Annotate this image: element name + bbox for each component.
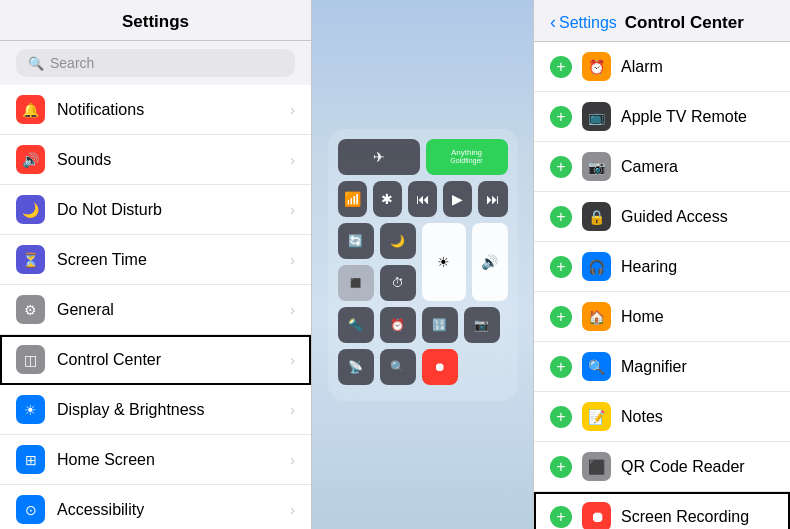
cc-volume[interactable]: 🔊 — [472, 223, 508, 301]
settings-icon-control-center: ◫ — [16, 345, 45, 374]
control-item-alarm[interactable]: + ⏰ Alarm — [534, 42, 790, 92]
cc-wifi[interactable]: 📶 — [338, 181, 367, 217]
settings-icon-home-screen: ⊞ — [16, 445, 45, 474]
control-item-notes[interactable]: + 📝 Notes — [534, 392, 790, 442]
control-item-screen-recording[interactable]: + ⏺ Screen Recording — [534, 492, 790, 529]
settings-label-notifications: Notifications — [57, 101, 286, 119]
settings-item-screen-time[interactable]: ⏳ Screen Time › — [0, 235, 311, 285]
cc-timer[interactable]: ⏱ — [380, 265, 416, 301]
cc-record[interactable]: ⏺ — [422, 349, 458, 385]
add-button-home[interactable]: + — [550, 306, 572, 328]
settings-icon-general: ⚙ — [16, 295, 45, 324]
settings-label-accessibility: Accessibility — [57, 501, 286, 519]
settings-label-screen-time: Screen Time — [57, 251, 286, 269]
control-label-home: Home — [621, 308, 774, 326]
chevron-icon: › — [290, 402, 295, 418]
control-icon-alarm: ⏰ — [582, 52, 611, 81]
settings-label-do-not-disturb: Do Not Disturb — [57, 201, 286, 219]
cc-music[interactable]: Anything Goldfinger — [426, 139, 508, 175]
settings-label-control-center: Control Center — [57, 351, 286, 369]
settings-search-bar[interactable]: 🔍 Search — [0, 41, 311, 85]
add-button-guided-access[interactable]: + — [550, 206, 572, 228]
add-button-notes[interactable]: + — [550, 406, 572, 428]
cc-play[interactable]: ▶ — [443, 181, 472, 217]
control-icon-screen-recording: ⏺ — [582, 502, 611, 529]
settings-label-display-brightness: Display & Brightness — [57, 401, 286, 419]
control-label-camera: Camera — [621, 158, 774, 176]
settings-item-home-screen[interactable]: ⊞ Home Screen › — [0, 435, 311, 485]
control-label-alarm: Alarm — [621, 58, 774, 76]
add-button-alarm[interactable]: + — [550, 56, 572, 78]
settings-list: 🔔 Notifications › 🔊 Sounds › 🌙 Do Not Di… — [0, 85, 311, 529]
settings-label-general: General — [57, 301, 286, 319]
control-item-guided-access[interactable]: + 🔒 Guided Access — [534, 192, 790, 242]
control-label-notes: Notes — [621, 408, 774, 426]
control-icon-apple-tv-remote: 📺 — [582, 102, 611, 131]
control-label-apple-tv-remote: Apple TV Remote — [621, 108, 774, 126]
control-label-screen-recording: Screen Recording — [621, 508, 774, 526]
add-button-magnifier[interactable]: + — [550, 356, 572, 378]
settings-label-home-screen: Home Screen — [57, 451, 286, 469]
cc-brightness[interactable]: ☀ — [422, 223, 466, 301]
settings-item-display-brightness[interactable]: ☀ Display & Brightness › — [0, 385, 311, 435]
chevron-icon: › — [290, 102, 295, 118]
settings-item-sounds[interactable]: 🔊 Sounds › — [0, 135, 311, 185]
cc-calc[interactable]: 🔢 — [422, 307, 458, 343]
control-label-guided-access: Guided Access — [621, 208, 774, 226]
control-label-hearing: Hearing — [621, 258, 774, 276]
cc-prev[interactable]: ⏮ — [408, 181, 437, 217]
settings-icon-screen-time: ⏳ — [16, 245, 45, 274]
control-item-qr-code-reader[interactable]: + ⬛ QR Code Reader — [534, 442, 790, 492]
settings-panel: Settings 🔍 Search 🔔 Notifications › 🔊 So… — [0, 0, 312, 529]
settings-icon-sounds: 🔊 — [16, 145, 45, 174]
cc-remote[interactable]: 📡 — [338, 349, 374, 385]
control-settings-header: ‹ Settings Control Center — [534, 0, 790, 42]
settings-icon-notifications: 🔔 — [16, 95, 45, 124]
back-button[interactable]: ‹ Settings — [550, 12, 617, 33]
add-button-screen-recording[interactable]: + — [550, 506, 572, 528]
chevron-icon: › — [290, 252, 295, 268]
control-icon-camera: 📷 — [582, 152, 611, 181]
cc-screen-mirror[interactable]: ⬛ — [338, 265, 374, 301]
add-button-apple-tv-remote[interactable]: + — [550, 106, 572, 128]
control-icon-magnifier: 🔍 — [582, 352, 611, 381]
add-button-camera[interactable]: + — [550, 156, 572, 178]
settings-title: Settings — [16, 12, 295, 32]
cc-rotation[interactable]: 🔄 — [338, 223, 374, 259]
control-icon-home: 🏠 — [582, 302, 611, 331]
chevron-icon: › — [290, 152, 295, 168]
cc-next[interactable]: ⏭ — [478, 181, 507, 217]
control-settings-panel: ‹ Settings Control Center + ⏰ Alarm + 📺 … — [534, 0, 790, 529]
settings-item-accessibility[interactable]: ⊙ Accessibility › — [0, 485, 311, 529]
settings-item-notifications[interactable]: 🔔 Notifications › — [0, 85, 311, 135]
chevron-icon: › — [290, 452, 295, 468]
chevron-icon: › — [290, 302, 295, 318]
control-icon-hearing: 🎧 — [582, 252, 611, 281]
control-item-apple-tv-remote[interactable]: + 📺 Apple TV Remote — [534, 92, 790, 142]
settings-icon-display-brightness: ☀ — [16, 395, 45, 424]
control-icon-notes: 📝 — [582, 402, 611, 431]
settings-item-do-not-disturb[interactable]: 🌙 Do Not Disturb › — [0, 185, 311, 235]
cc-magnifier[interactable]: 🔍 — [380, 349, 416, 385]
control-center-visual: ✈ Anything Goldfinger 📶 ✱ — [312, 0, 534, 529]
cc-clock[interactable]: ⏰ — [380, 307, 416, 343]
add-button-qr-code-reader[interactable]: + — [550, 456, 572, 478]
add-button-hearing[interactable]: + — [550, 256, 572, 278]
settings-header: Settings — [0, 0, 311, 41]
chevron-icon: › — [290, 352, 295, 368]
control-item-home[interactable]: + 🏠 Home — [534, 292, 790, 342]
cc-bluetooth[interactable]: ✱ — [373, 181, 402, 217]
control-item-hearing[interactable]: + 🎧 Hearing — [534, 242, 790, 292]
cc-airplane[interactable]: ✈ — [338, 139, 420, 175]
settings-item-general[interactable]: ⚙ General › — [0, 285, 311, 335]
control-item-camera[interactable]: + 📷 Camera — [534, 142, 790, 192]
control-item-magnifier[interactable]: + 🔍 Magnifier — [534, 342, 790, 392]
search-icon: 🔍 — [28, 56, 44, 71]
cc-camera[interactable]: 📷 — [464, 307, 500, 343]
cc-moon[interactable]: 🌙 — [380, 223, 416, 259]
chevron-icon: › — [290, 502, 295, 518]
settings-item-control-center[interactable]: ◫ Control Center › — [0, 335, 311, 385]
back-label: Settings — [559, 14, 617, 32]
control-icon-qr-code-reader: ⬛ — [582, 452, 611, 481]
cc-flashlight[interactable]: 🔦 — [338, 307, 374, 343]
